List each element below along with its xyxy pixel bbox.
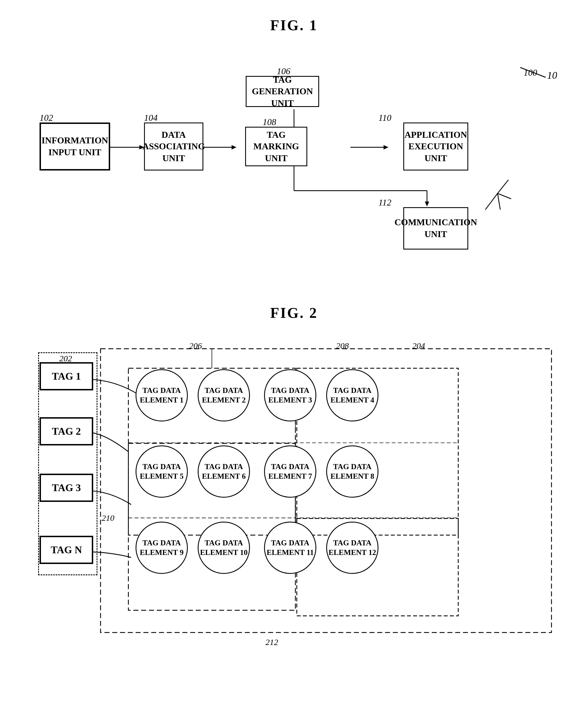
svg-text:100: 100 bbox=[547, 70, 557, 81]
tag-data-elem-7: TAG DATA ELEMENT 7 bbox=[264, 446, 316, 498]
tag-data-elem-3: TAG DATA ELEMENT 3 bbox=[264, 369, 316, 421]
fig2-title: FIG. 2 bbox=[23, 305, 565, 321]
box-communication-unit: COMMUNICATION UNIT bbox=[403, 207, 468, 250]
tag-data-elem-2: TAG DATA ELEMENT 2 bbox=[198, 369, 250, 421]
fig1-title: FIG. 1 bbox=[23, 17, 565, 34]
tag-data-elem-6: TAG DATA ELEMENT 6 bbox=[198, 446, 250, 498]
svg-rect-22 bbox=[297, 519, 458, 616]
svg-marker-11 bbox=[425, 201, 429, 207]
ref-110: 110 bbox=[378, 113, 392, 123]
tag-data-elem-12: TAG DATA ELEMENT 12 bbox=[326, 522, 378, 574]
ref-112: 112 bbox=[378, 197, 392, 208]
svg-marker-7 bbox=[383, 145, 388, 149]
svg-line-14 bbox=[498, 193, 511, 199]
box-tag-marking-unit: TAG MARKING UNIT bbox=[245, 127, 307, 166]
box-information-input-unit: INFORMATION INPUT UNIT bbox=[40, 123, 110, 171]
ref-208: 208 bbox=[336, 341, 349, 351]
tag-data-elem-10: TAG DATA ELEMENT 10 bbox=[198, 522, 250, 574]
fig1-diagram: 100 100 INFORMATION INPUT UNIT 102 DATA … bbox=[23, 50, 565, 282]
ref-106: 106 bbox=[277, 66, 290, 77]
tag-data-elem-1: TAG DATA ELEMENT 1 bbox=[135, 369, 188, 421]
ref-102: 102 bbox=[40, 113, 53, 123]
ref-206: 206 bbox=[189, 341, 202, 351]
box-application-execution-unit: APPLICATION EXECUTION UNIT bbox=[403, 123, 468, 171]
svg-line-16 bbox=[520, 67, 546, 77]
tag-data-elem-4: TAG DATA ELEMENT 4 bbox=[326, 369, 378, 421]
svg-line-13 bbox=[498, 180, 508, 193]
ref-104: 104 bbox=[144, 113, 158, 123]
fig2-diagram: 202 206 208 204 210 212 TAG 1 TAG 2 TAG … bbox=[23, 338, 565, 649]
ref-108: 108 bbox=[262, 117, 276, 127]
tag-data-elem-11: TAG DATA ELEMENT 11 bbox=[264, 522, 316, 574]
tag-list-container bbox=[38, 352, 98, 575]
ref-210: 210 bbox=[102, 513, 114, 523]
ref-204: 204 bbox=[412, 341, 425, 351]
ref-212: 212 bbox=[266, 637, 278, 647]
svg-marker-3 bbox=[232, 145, 236, 149]
tag-data-elem-9: TAG DATA ELEMENT 9 bbox=[135, 522, 188, 574]
box-data-associating-unit: DATA ASSOCIATING UNIT bbox=[144, 123, 203, 171]
svg-line-15 bbox=[498, 193, 501, 210]
svg-line-12 bbox=[485, 193, 498, 210]
tag-data-elem-5: TAG DATA ELEMENT 5 bbox=[135, 446, 188, 498]
box-tag-generation-unit: TAG GENERATION UNIT bbox=[246, 76, 319, 107]
tag-data-elem-8: TAG DATA ELEMENT 8 bbox=[326, 446, 378, 498]
